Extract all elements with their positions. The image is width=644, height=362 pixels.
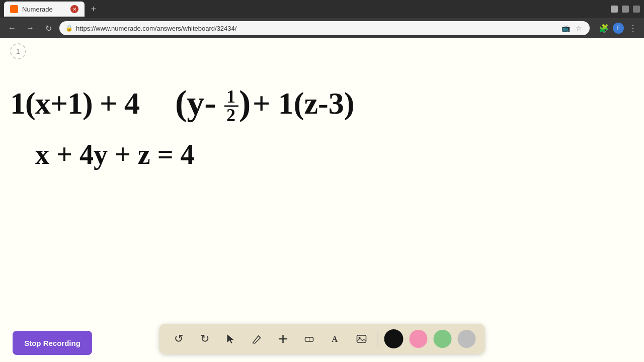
tab-close-button[interactable]: ✕ — [70, 5, 78, 13]
extensions-icon[interactable]: 🧩 — [598, 22, 610, 34]
image-button[interactable] — [352, 329, 372, 349]
svg-text:1: 1 — [226, 86, 235, 107]
tab-bar: N Numerade ✕ + — [0, 0, 644, 18]
color-black[interactable] — [384, 329, 404, 348]
svg-line-11 — [259, 336, 261, 338]
active-tab[interactable]: N Numerade ✕ — [4, 2, 85, 17]
address-bar-icons: 📺 ☆ — [560, 23, 584, 33]
eraser-button[interactable] — [299, 329, 319, 349]
svg-rect-17 — [357, 335, 366, 342]
color-green[interactable] — [434, 330, 452, 348]
svg-marker-10 — [227, 334, 234, 343]
window-controls — [611, 6, 640, 13]
add-button[interactable] — [273, 329, 293, 349]
url-text: https://www.numerade.com/answers/whitebo… — [76, 25, 557, 32]
address-bar-row: ← → ↻ 🔒 https://www.numerade.com/answers… — [0, 18, 644, 38]
whiteboard[interactable]: 1 1(x+1) + 4 (y- 1 2 ) + 1(z-3) = 0 x + … — [0, 38, 644, 362]
svg-text:): ) — [239, 83, 251, 122]
pen-tool-button[interactable] — [247, 329, 267, 349]
back-button[interactable]: ← — [5, 21, 19, 35]
browser-toolbar-right: 🧩 F ⋮ — [598, 22, 639, 34]
screencast-icon[interactable]: 📺 — [560, 23, 571, 33]
menu-icon[interactable]: ⋮ — [627, 22, 639, 34]
color-gray[interactable] — [458, 330, 476, 348]
svg-text:x + 4y + z = 4: x + 4y + z = 4 — [35, 139, 195, 170]
stop-recording-button[interactable]: Stop Recording — [13, 331, 92, 355]
profile-icon[interactable]: F — [613, 23, 624, 34]
bottom-toolbar: ↺ ↻ A — [159, 324, 485, 354]
tab-favicon: N — [10, 5, 18, 13]
browser-chrome: N Numerade ✕ + ← → ↻ 🔒 https://www.numer… — [0, 0, 644, 38]
tab-title: Numerade — [22, 6, 66, 13]
forward-button[interactable]: → — [23, 21, 37, 35]
color-pink[interactable] — [410, 330, 428, 348]
lock-icon: 🔒 — [65, 25, 73, 32]
minimize-button[interactable] — [611, 6, 618, 13]
text-button[interactable]: A — [326, 329, 346, 349]
svg-text:A: A — [332, 335, 338, 343]
toolbar-divider — [378, 331, 378, 346]
maximize-button[interactable] — [622, 6, 629, 13]
math-content: 1(x+1) + 4 (y- 1 2 ) + 1(z-3) = 0 x + 4y… — [5, 68, 357, 209]
page-number: 1 — [10, 43, 26, 59]
svg-text:+ 1(z-3) = 0: + 1(z-3) = 0 — [253, 86, 357, 121]
svg-text:(y-: (y- — [175, 83, 216, 122]
select-tool-button[interactable] — [221, 329, 241, 349]
svg-text:2: 2 — [226, 105, 235, 125]
svg-text:N: N — [13, 8, 15, 11]
svg-text:1(x+1) + 4: 1(x+1) + 4 — [10, 86, 139, 121]
address-bar[interactable]: 🔒 https://www.numerade.com/answers/white… — [59, 21, 590, 35]
undo-button[interactable]: ↺ — [169, 329, 189, 349]
new-tab-button[interactable]: + — [87, 2, 101, 16]
reload-button[interactable]: ↻ — [41, 21, 55, 35]
bookmark-icon[interactable]: ☆ — [574, 23, 584, 33]
close-button[interactable] — [633, 6, 640, 13]
redo-button[interactable]: ↻ — [195, 329, 215, 349]
